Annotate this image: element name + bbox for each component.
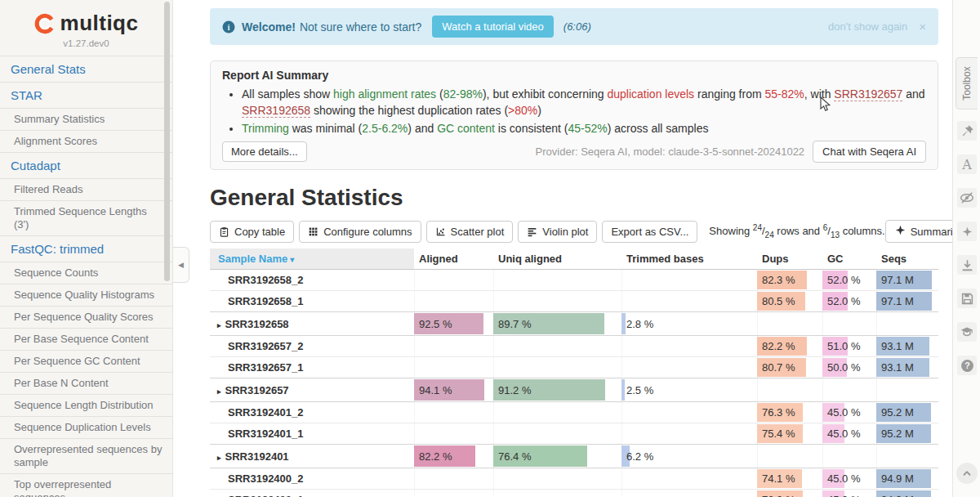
cell-seqs: 94.9 M xyxy=(876,468,938,490)
cell-sample-name[interactable]: SRR3192400_1 xyxy=(210,490,414,497)
sidebar-item-per-sequence-quality-scores[interactable]: Per Sequence Quality Scores xyxy=(0,307,172,329)
column-header-seqs[interactable]: Seqs xyxy=(876,248,938,270)
cell-value: 94.1 % xyxy=(414,379,488,401)
sidebar-item-general-stats[interactable]: General Stats xyxy=(0,56,172,83)
sidebar-item-sequence-length-distribution[interactable]: Sequence Length Distribution xyxy=(0,395,172,417)
column-header-aligned[interactable]: Aligned xyxy=(414,248,493,270)
cell-dups: 80.5 % xyxy=(757,291,822,312)
bar-wrap: 75.4 % xyxy=(757,424,817,443)
more-details-button[interactable]: More details... xyxy=(222,141,307,162)
cell-trimmed-bases xyxy=(621,270,757,291)
summarize-button[interactable]: Summarize xyxy=(885,220,952,243)
sidebar-item-overrepresented-sequences-by-sample[interactable]: Overrepresented sequences by sample xyxy=(0,439,172,474)
column-header-uniq-aligned[interactable]: Uniq aligned xyxy=(493,248,621,270)
column-header-sample-name[interactable]: Sample Name▾ xyxy=(210,248,414,270)
help-icon[interactable]: ? xyxy=(957,356,977,375)
cell-gc xyxy=(822,445,876,468)
cell-aligned xyxy=(414,402,493,423)
cell-sample-name[interactable]: SRR3192400_2 xyxy=(210,468,414,490)
sidebar-scrollbar[interactable] xyxy=(164,2,170,281)
toolbox-tab[interactable]: Toolbox xyxy=(956,57,978,110)
sidebar-item-per-base-n-content[interactable]: Per Base N Content xyxy=(0,373,172,395)
cell-dups xyxy=(757,445,822,468)
sample-link[interactable]: SRR3192658 xyxy=(242,104,310,118)
multiqc-logo[interactable]: multiqc xyxy=(34,11,139,36)
chat-with-seqera-button[interactable]: Chat with Seqera AI xyxy=(813,141,926,163)
violin-plot-button[interactable]: Violin plot xyxy=(518,221,597,243)
cell-aligned: 94.1 % xyxy=(414,378,493,402)
sidebar-item-cutadapt[interactable]: Cutadapt xyxy=(0,153,172,179)
banner-close-icon[interactable]: × xyxy=(919,20,926,34)
cell-sample-name[interactable]: ▸SRR3192658 xyxy=(210,312,414,336)
cell-sample-name[interactable]: SRR3192658_2 xyxy=(210,270,414,291)
cell-sample-name[interactable]: SRR3192657_1 xyxy=(210,357,414,378)
cell-sample-name[interactable]: SRR3192658_1 xyxy=(210,291,414,312)
expand-row-icon[interactable]: ▸ xyxy=(217,321,221,329)
sidebar-item-top-overrepresented-sequences[interactable]: Top overrepresented sequences xyxy=(0,474,172,497)
sidebar-item-sequence-quality-histograms[interactable]: Sequence Quality Histograms xyxy=(0,284,172,307)
sidebar-item-sequence-counts[interactable]: Sequence Counts xyxy=(0,262,172,284)
save-icon[interactable] xyxy=(957,289,977,308)
sparkle-icon[interactable] xyxy=(957,222,977,241)
ai-summary-title: Report AI Summary xyxy=(222,69,926,82)
table-row: SRR3192657_282.2 %51.0 %93.1 M xyxy=(210,336,938,357)
logo-block: multiqc v1.27.dev0 xyxy=(0,0,172,56)
column-header-trimmed-bases[interactable]: Trimmed bases xyxy=(621,248,757,270)
download-icon[interactable] xyxy=(957,255,977,275)
ai-text-segment: >80% xyxy=(508,104,537,117)
configure-columns-button[interactable]: Configure columns xyxy=(299,221,421,243)
ai-text-segment: ) and xyxy=(408,122,437,135)
cell-sample-name[interactable]: SRR3192657_2 xyxy=(210,336,414,357)
expand-row-icon[interactable]: ▸ xyxy=(217,387,221,396)
sample-name-text: SRR3192400_1 xyxy=(228,494,304,497)
scatter-icon xyxy=(435,226,446,237)
pin-icon[interactable] xyxy=(957,121,977,141)
expand-row-icon[interactable]: ▸ xyxy=(217,454,221,462)
sidebar-item-per-sequence-gc-content[interactable]: Per Sequence GC Content xyxy=(0,351,172,373)
sidebar-item-fastqc-trimmed[interactable]: FastQC: trimmed xyxy=(0,236,172,262)
cell-trimmed-bases xyxy=(621,336,757,357)
ai-text-segment: 82-98% xyxy=(443,87,483,101)
eye-hide-icon[interactable] xyxy=(957,188,977,208)
sample-name-text: SRR3192401_2 xyxy=(228,406,304,419)
scatter-plot-button[interactable]: Scatter plot xyxy=(426,221,514,243)
cell-dups xyxy=(757,378,822,402)
watch-tutorial-button[interactable]: Watch a tutorial video xyxy=(432,16,554,38)
cell-value: 51.0 % xyxy=(822,337,871,356)
ai-text-segment: All samples show xyxy=(242,87,333,101)
sidebar-item-summary-statistics[interactable]: Summary Statistics xyxy=(0,109,172,131)
export-as-csv-button[interactable]: Export as CSV... xyxy=(602,221,697,243)
cell-value: 82.2 % xyxy=(414,446,488,468)
bar-wrap: 97.1 M xyxy=(876,292,933,311)
sample-link[interactable]: SRR3192657 xyxy=(834,87,902,101)
scroll-to-top-button[interactable] xyxy=(956,463,978,484)
cell-sample-name[interactable]: ▸SRR3192657 xyxy=(210,378,414,402)
sidebar-collapse-handle[interactable]: ◀ xyxy=(173,247,189,283)
sidebar-item-star[interactable]: STAR xyxy=(0,83,172,109)
cell-aligned: 82.2 % xyxy=(414,445,493,468)
graduation-cap-icon[interactable] xyxy=(957,322,977,342)
bar-wrap: 6.2 % xyxy=(621,446,752,467)
summarize-label: Summarize xyxy=(911,226,952,238)
cell-value: 80.7 % xyxy=(757,358,817,378)
sidebar-item-per-base-sequence-content[interactable]: Per Base Sequence Content xyxy=(0,329,172,351)
cell-sample-name[interactable]: ▸SRR3192401 xyxy=(210,445,414,468)
cell-dups: 74.1 % xyxy=(757,468,822,490)
cell-sample-name[interactable]: SRR3192401_2 xyxy=(210,402,414,423)
cell-gc xyxy=(822,312,876,336)
logo-text: multiqc xyxy=(60,11,139,36)
cell-value: 94.9 M xyxy=(876,469,933,489)
letter-a-icon[interactable]: A xyxy=(957,154,977,174)
sidebar-item-trimmed-sequence-lengths-3[interactable]: Trimmed Sequence Lengths (3') xyxy=(0,201,172,236)
sidebar-item-sequence-duplication-levels[interactable]: Sequence Duplication Levels xyxy=(0,417,172,439)
column-header-dups[interactable]: Dups xyxy=(757,248,822,270)
copy-table-button[interactable]: Copy table xyxy=(210,221,294,243)
column-header-gc[interactable]: GC xyxy=(822,248,876,270)
cell-value: 95.2 M xyxy=(876,424,933,444)
sidebar-item-filtered-reads[interactable]: Filtered Reads xyxy=(0,179,172,201)
cell-value: 93.1 M xyxy=(876,337,933,356)
cell-aligned xyxy=(414,357,493,378)
sidebar-item-alignment-scores[interactable]: Alignment Scores xyxy=(0,131,172,153)
cell-sample-name[interactable]: SRR3192401_1 xyxy=(210,423,414,445)
dont-show-again-link[interactable]: don't show again xyxy=(828,20,907,33)
